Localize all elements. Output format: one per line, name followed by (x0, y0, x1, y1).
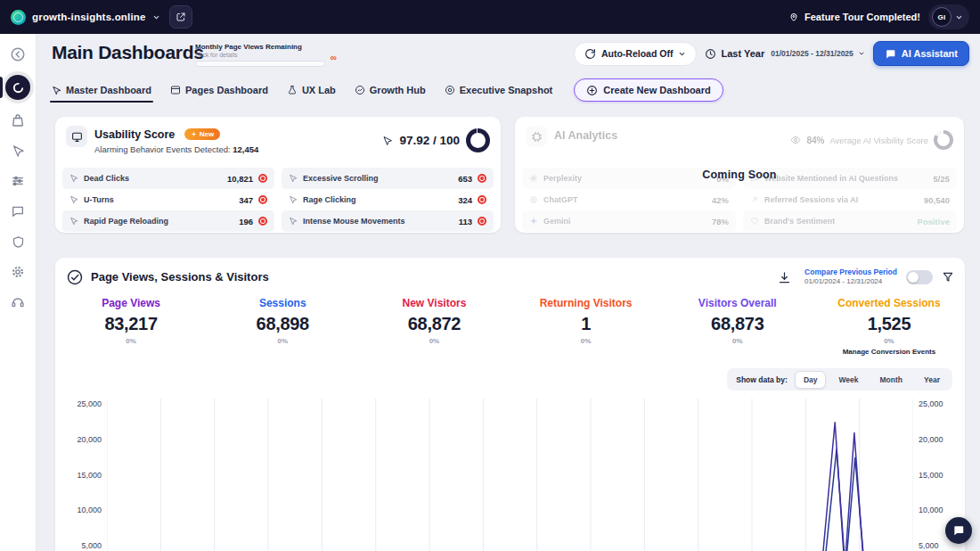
metric-row[interactable]: Rapid Page Reloading 196 (62, 210, 274, 232)
refresh-icon (584, 48, 596, 60)
sidebar-item-support[interactable] (7, 292, 29, 313)
usability-score-gauge (466, 128, 490, 152)
metric-new-visitors[interactable]: New Visitors 68,872 0% (358, 297, 510, 356)
record-icon[interactable] (478, 174, 486, 183)
create-new-dashboard-button[interactable]: Create New Dashboard (574, 78, 723, 102)
chat-bubble-icon (952, 524, 965, 537)
quota-details-link[interactable]: Click for details (195, 52, 347, 58)
tab-master-dashboard[interactable]: Master Dashboard (52, 85, 151, 95)
quota-label: Monthly Page Views Remaining (195, 43, 347, 51)
metric-row[interactable]: Excessive Scrolling 653 (282, 168, 494, 189)
usability-score-group: 97.92 / 100 (382, 128, 490, 152)
avatar: GI (932, 7, 951, 27)
metric-icon (69, 174, 78, 183)
pointer-icon (382, 136, 393, 146)
record-icon[interactable] (258, 195, 267, 204)
traffic-controls: Compare Previous Period 01/01/2024 - 12/… (772, 266, 954, 289)
chat-bubble-icon (11, 204, 25, 218)
dashboard-tabs: Master Dashboard Pages Dashboard UX Lab … (52, 78, 723, 102)
tab-pages-dashboard[interactable]: Pages Dashboard (170, 85, 268, 95)
date-range-picker[interactable]: Last Year 01/01/2025 - 12/31/2025 (705, 48, 864, 60)
usability-metrics-grid: Dead Clicks 10,821 Excessive Scrolling 6… (62, 168, 494, 232)
feature-tour-label: Feature Tour Completed! (804, 12, 920, 22)
traffic-chart-area[interactable]: 25,000 20,000 15,000 10,000 5,000 25,000… (64, 399, 956, 551)
usability-score-value: 97.92 / 100 (399, 134, 460, 147)
feature-tour-status[interactable]: Feature Tour Completed! (788, 12, 920, 22)
metric-visitors-overall[interactable]: Visitors Overall 68,873 0% (662, 297, 813, 356)
sidebar-item-click-tracking[interactable] (7, 140, 29, 161)
metric-row[interactable]: Intense Mouse Movements 113 (282, 210, 494, 232)
sidebar-item-feedback[interactable] (7, 201, 29, 222)
growth-circle-icon (355, 85, 365, 95)
auto-reload-select[interactable]: Auto-Reload Off (574, 42, 698, 66)
granularity-day[interactable]: Day (795, 371, 827, 389)
metric-sessions[interactable]: Sessions 68,898 0% (207, 297, 358, 356)
events-total: 12,454 (233, 144, 258, 154)
traffic-line-chart[interactable] (107, 399, 913, 551)
cursor-icon (12, 144, 25, 158)
metric-icon (289, 174, 298, 183)
metric-icon (69, 217, 78, 226)
usability-subtitle: Alarming Behavior Events Detected: 12,45… (94, 144, 258, 154)
y-axis-left: 25,000 20,000 15,000 10,000 5,000 (64, 399, 102, 551)
flask-icon (287, 85, 298, 95)
create-new-dashboard-label: Create New Dashboard (603, 85, 710, 95)
sliders-icon (11, 174, 25, 188)
chevron-down-icon (678, 50, 686, 58)
metric-row[interactable]: Dead Clicks 10,821 (62, 168, 274, 189)
check-circle-icon (66, 268, 84, 286)
page-title: Main Dashboards (52, 42, 204, 63)
granularity-month[interactable]: Month (871, 371, 912, 389)
traffic-card: Page Views, Sessions & Visitors Compare … (55, 258, 965, 551)
new-badge: New (184, 128, 220, 140)
manage-conversion-events-link[interactable]: Manage Conversion Events (813, 348, 965, 356)
metric-icon (289, 195, 298, 204)
compare-toggle[interactable] (906, 270, 933, 284)
top-bar: growth-insights.online Feature Tour Comp… (0, 0, 980, 34)
main-content: Main Dashboards Monthly Page Views Remai… (37, 34, 980, 551)
sidebar-collapse-button[interactable] (7, 45, 29, 64)
record-icon[interactable] (478, 195, 486, 204)
pointer-icon (52, 86, 61, 95)
record-icon[interactable] (258, 217, 267, 226)
usability-title: Usability Score (94, 128, 175, 141)
granularity-year[interactable]: Year (915, 371, 949, 389)
quota-alert-icon: ∞ (331, 53, 337, 62)
download-button[interactable] (772, 266, 796, 289)
tab-label: UX Lab (302, 85, 336, 95)
record-icon[interactable] (258, 174, 267, 183)
ai-assistant-button[interactable]: AI Assistant (873, 41, 969, 66)
record-icon[interactable] (478, 217, 486, 226)
sidebar-item-settings[interactable] (7, 261, 29, 283)
sidebar-item-dashboards[interactable] (5, 75, 30, 100)
tab-executive-snapshot[interactable]: Executive Snapshot (445, 85, 553, 95)
metric-page-views[interactable]: Page Views 83,217 0% (55, 297, 207, 356)
account-menu[interactable]: GI (928, 4, 969, 29)
monitor-icon (71, 131, 83, 143)
sidebar-item-ecommerce[interactable] (7, 110, 29, 131)
site-switcher[interactable]: growth-insights.online (11, 10, 160, 25)
quota-widget[interactable]: Monthly Page Views Remaining Click for d… (195, 43, 347, 67)
tab-growth-hub[interactable]: Growth Hub (355, 85, 426, 95)
tab-label: Master Dashboard (66, 85, 151, 95)
donut-chart-icon (12, 81, 25, 95)
sidebar-item-security[interactable] (7, 231, 29, 252)
sidebar-item-filters[interactable] (7, 170, 29, 192)
metric-row[interactable]: Rage Clicking 324 (282, 189, 494, 210)
headset-icon (11, 295, 25, 309)
open-site-button[interactable] (169, 5, 192, 29)
metric-converted-sessions[interactable]: Converted Sessions 1,525 0% Manage Conve… (813, 297, 965, 356)
ai-chat-icon (885, 48, 896, 60)
tab-ux-lab[interactable]: UX Lab (287, 85, 336, 95)
filter-button[interactable] (942, 271, 954, 284)
support-chat-button[interactable] (945, 517, 972, 544)
metric-row[interactable]: U-Turns 347 (62, 189, 274, 210)
metric-returning-visitors[interactable]: Returning Visitors 1 0% (510, 297, 662, 356)
plus-circle-icon (586, 85, 598, 96)
ai-assistant-label: AI Assistant (902, 48, 958, 59)
tab-label: Pages Dashboard (185, 85, 268, 95)
period-label: Last Year (721, 48, 764, 59)
compare-period-block[interactable]: Compare Previous Period 01/01/2024 - 12/… (804, 267, 897, 286)
granularity-week[interactable]: Week (829, 371, 867, 389)
window-icon (170, 85, 181, 95)
